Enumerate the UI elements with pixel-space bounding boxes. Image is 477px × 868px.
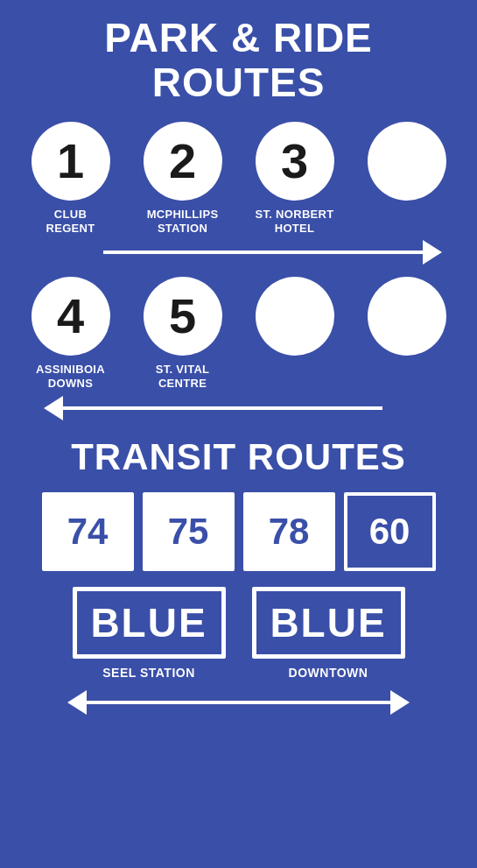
blue-downtown-box: BLUE [252,587,405,659]
route-8-blank-item [359,277,455,363]
route-8-blank-circle [368,277,446,356]
blue-seel-box: BLUE [73,587,226,659]
blue-seel-label: BLUE [90,599,207,646]
route-1-item: 1 CLUBREGENT [23,122,119,235]
route-2-circle: 2 [144,122,222,201]
route-6-number: 5 [169,292,196,341]
route-74-box: 74 [42,492,134,571]
arrow-right-container [18,240,459,265]
route-3-number: 3 [281,137,308,186]
route-60-box: 60 [344,492,436,571]
blue-downtown-item: BLUE DOWNTOWN [252,587,405,680]
route-4-blank-item [359,122,455,208]
arrow-left-container [18,396,459,420]
arrow-left-head [44,396,63,420]
double-arrow-container [18,690,459,715]
route-60-number: 60 [369,511,410,553]
double-arrow-line [87,701,391,704]
blue-seel-item: BLUE SEEL STATION [73,587,226,680]
arrow-left-line [63,406,382,410]
route-75-box: 75 [143,492,235,571]
blue-seel-sublabel: SEEL STATION [102,666,195,680]
route-78-box: 78 [243,492,335,571]
route-3-circle: 3 [256,122,334,201]
route-1-label: CLUBREGENT [46,208,95,235]
blue-row: BLUE SEEL STATION BLUE DOWNTOWN [73,587,405,680]
route-1-number: 1 [57,137,84,186]
double-arrow-left-head [67,690,87,715]
route-3-label: ST. NORBERTHOTEL [256,208,334,235]
route-5-label: ASSINIBOIADOWNS [36,363,105,390]
route-6-label: ST. VITALCENTRE [156,363,210,390]
route-74-number: 74 [67,511,109,553]
route-4-blank-circle [368,122,446,201]
arrow-left [44,396,382,420]
route-2-label: McPHILLIPSSTATION [147,208,219,235]
blue-downtown-label: BLUE [270,599,386,646]
arrow-right-head [423,240,442,265]
arrow-right [103,240,442,265]
route-5-number: 4 [57,292,84,341]
blue-downtown-sublabel: DOWNTOWN [289,666,368,680]
double-arrow [67,690,410,715]
route-numbers-row: 74 75 78 60 [42,492,436,571]
park-ride-title: PARK & RIDE ROUTES [18,16,459,104]
arrow-right-line [103,251,423,254]
route-3-item: 3 ST. NORBERTHOTEL [247,122,343,235]
route-5-item: 4 ASSINIBOIADOWNS [23,277,119,390]
route-6-item: 5 ST. VITALCENTRE [135,277,231,390]
route-6-circle: 5 [144,277,222,356]
route-7-blank-circle [256,277,334,356]
route-2-item: 2 McPHILLIPSSTATION [135,122,231,235]
park-ride-row1: 1 CLUBREGENT 2 McPHILLIPSSTATION 3 ST. N… [23,122,455,235]
route-1-circle: 1 [32,122,110,201]
transit-title: TRANSIT ROUTES [71,436,406,478]
route-78-number: 78 [269,511,310,553]
park-ride-row2: 4 ASSINIBOIADOWNS 5 ST. VITALCENTRE [23,277,455,390]
route-5-circle: 4 [32,277,110,356]
double-arrow-right-head [390,690,410,715]
route-2-number: 2 [169,137,196,186]
route-7-blank-item [247,277,343,363]
main-container: PARK & RIDE ROUTES 1 CLUBREGENT 2 McPHIL… [0,0,477,868]
route-75-number: 75 [168,511,209,553]
